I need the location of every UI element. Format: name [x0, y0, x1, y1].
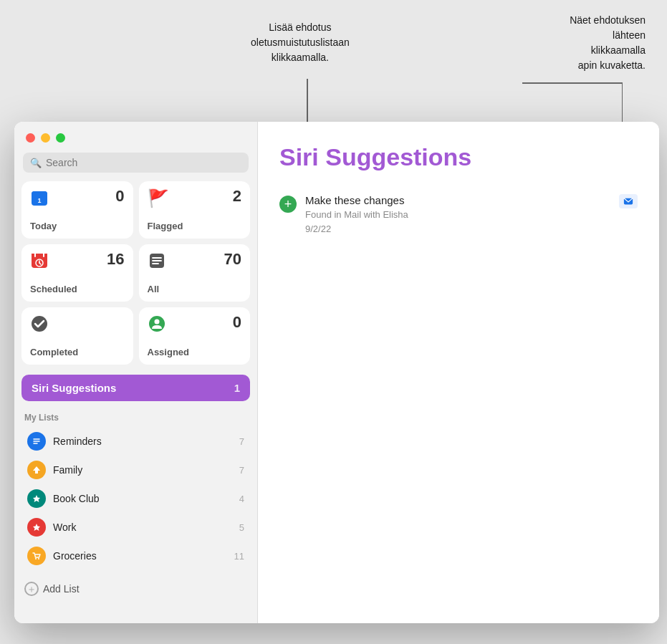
- smart-tile-today[interactable]: 1 0 Today: [21, 181, 133, 239]
- svg-point-24: [38, 558, 39, 559]
- annotation-line-right-top: [522, 82, 623, 84]
- completed-icon: [30, 314, 49, 337]
- suggestion-title: Make these changes: [305, 194, 610, 206]
- app-window: 🔍 1 0 Today: [14, 122, 659, 623]
- source-icon-button[interactable]: [619, 194, 638, 208]
- flagged-label: Flagged: [148, 221, 242, 231]
- all-count: 70: [224, 251, 241, 267]
- suggestion-details: Make these changes Found in Mail with El…: [305, 194, 610, 236]
- smart-tile-assigned[interactable]: 0 Assigned: [139, 307, 251, 365]
- siri-suggestions-count: 1: [234, 382, 240, 394]
- work-icon: [27, 518, 46, 537]
- reminders-icon: [27, 432, 46, 451]
- family-icon: [27, 461, 46, 479]
- sidebar: 🔍 1 0 Today: [14, 122, 258, 623]
- list-item-family[interactable]: Family 7: [24, 456, 247, 484]
- flagged-icon: 🚩: [148, 188, 169, 208]
- assigned-icon: [148, 314, 166, 337]
- smart-tile-flagged[interactable]: 🚩 2 Flagged: [139, 181, 251, 239]
- left-annotation-tooltip: Lisää ehdotus oletusmuistutuslistaan kli…: [251, 20, 350, 65]
- family-name: Family: [53, 464, 239, 476]
- flagged-count: 2: [233, 188, 241, 204]
- close-button[interactable]: [26, 133, 35, 143]
- suggestion-item: + Make these changes Found in Mail with …: [279, 188, 638, 241]
- traffic-lights: [14, 122, 257, 150]
- work-count: 5: [239, 522, 244, 533]
- mail-icon: [623, 196, 633, 206]
- my-lists-heading: My Lists: [24, 413, 247, 423]
- assigned-count: 0: [233, 314, 241, 330]
- svg-point-16: [32, 316, 47, 332]
- smart-tile-all[interactable]: 70 All: [139, 244, 251, 302]
- today-icon: 1: [30, 188, 49, 211]
- smart-tile-completed[interactable]: Completed: [21, 307, 133, 365]
- reminders-name: Reminders: [53, 436, 239, 447]
- svg-point-23: [35, 558, 37, 559]
- add-suggestion-button[interactable]: +: [279, 196, 297, 213]
- list-item-bookclub[interactable]: Book Club 4: [24, 484, 247, 513]
- add-list-icon: ＋: [24, 582, 39, 596]
- assigned-label: Assigned: [148, 347, 242, 357]
- reminders-count: 7: [239, 436, 244, 447]
- work-name: Work: [53, 522, 239, 533]
- smart-lists-grid: 1 0 Today 🚩 2 Flagged: [14, 181, 257, 372]
- main-content: Siri Suggestions + Make these changes Fo…: [258, 122, 659, 623]
- scheduled-count: 16: [107, 251, 124, 267]
- scheduled-icon: [30, 251, 49, 274]
- siri-suggestions-row[interactable]: Siri Suggestions 1: [21, 375, 250, 401]
- svg-rect-22: [35, 471, 38, 474]
- search-input[interactable]: [46, 157, 241, 168]
- today-count: 0: [115, 188, 124, 204]
- list-item-reminders[interactable]: Reminders 7: [24, 427, 247, 456]
- search-bar[interactable]: 🔍: [23, 153, 249, 173]
- maximize-button[interactable]: [56, 133, 65, 143]
- all-label: All: [148, 284, 242, 294]
- groceries-icon: [27, 547, 46, 565]
- today-label: Today: [30, 221, 125, 231]
- groceries-name: Groceries: [53, 550, 234, 562]
- my-lists-section: My Lists Reminders 7: [14, 408, 257, 573]
- bookclub-icon: [27, 489, 46, 508]
- smart-tile-scheduled[interactable]: 16 Scheduled: [21, 244, 133, 302]
- suggestion-meta-line1: Found in Mail with Elisha: [305, 208, 610, 222]
- svg-point-18: [154, 319, 159, 325]
- list-item-work[interactable]: Work 5: [24, 513, 247, 542]
- family-count: 7: [239, 465, 244, 476]
- search-icon: 🔍: [30, 158, 42, 168]
- main-title: Siri Suggestions: [279, 143, 638, 171]
- all-icon: [148, 251, 166, 274]
- svg-rect-2: [32, 194, 47, 196]
- svg-text:1: 1: [37, 197, 41, 204]
- list-item-groceries[interactable]: Groceries 11: [24, 542, 247, 570]
- siri-suggestions-label: Siri Suggestions: [32, 382, 234, 394]
- add-list-label: Add List: [43, 583, 80, 595]
- groceries-count: 11: [234, 551, 244, 562]
- scheduled-label: Scheduled: [30, 284, 125, 294]
- bookclub-count: 4: [239, 494, 244, 504]
- completed-label: Completed: [30, 347, 125, 357]
- suggestion-meta-line2: 9/2/22: [305, 222, 610, 236]
- minimize-button[interactable]: [41, 133, 50, 143]
- add-list-row[interactable]: ＋ Add List: [14, 576, 257, 602]
- bookclub-name: Book Club: [53, 493, 239, 504]
- right-annotation-tooltip: Näet ehdotuksen lähteen klikkaamalla api…: [570, 13, 646, 73]
